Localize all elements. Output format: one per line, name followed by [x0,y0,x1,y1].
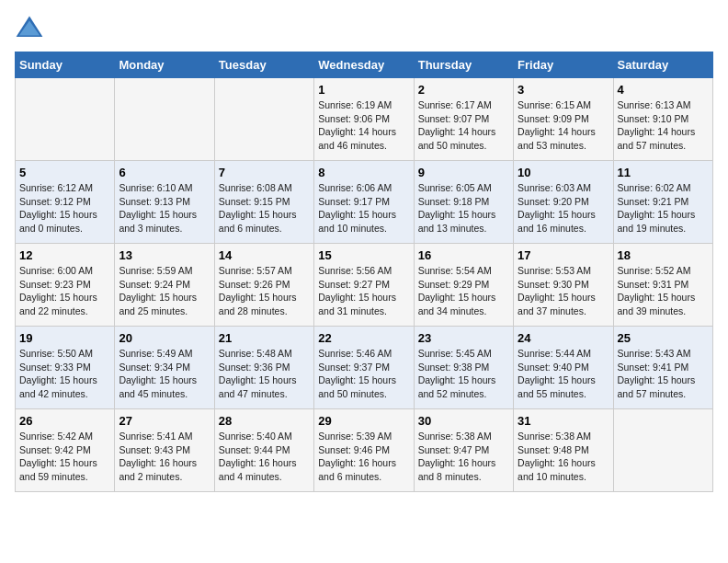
calendar-cell: 10Sunrise: 6:03 AM Sunset: 9:20 PM Dayli… [514,161,613,244]
calendar-cell: 15Sunrise: 5:56 AM Sunset: 9:27 PM Dayli… [314,244,414,327]
cell-text: Sunrise: 5:57 AM Sunset: 9:26 PM Dayligh… [219,264,310,318]
calendar-cell: 7Sunrise: 6:08 AM Sunset: 9:15 PM Daylig… [214,161,313,244]
calendar-cell: 4Sunrise: 6:13 AM Sunset: 9:10 PM Daylig… [613,78,712,161]
day-number: 10 [518,166,609,179]
day-number: 22 [318,331,409,345]
calendar-cell: 28Sunrise: 5:40 AM Sunset: 9:44 PM Dayli… [214,409,313,492]
cell-text: Sunrise: 6:13 AM Sunset: 9:10 PM Dayligh… [618,98,709,153]
calendar-cell [613,409,712,492]
calendar-body: 1Sunrise: 6:19 AM Sunset: 9:06 PM Daylig… [16,78,713,492]
logo [15,15,48,40]
cell-text: Sunrise: 5:45 AM Sunset: 9:38 PM Dayligh… [418,347,509,401]
day-number: 25 [618,331,709,345]
day-number: 27 [119,414,210,428]
header-day-sunday: Sunday [16,52,115,78]
calendar-cell: 14Sunrise: 5:57 AM Sunset: 9:26 PM Dayli… [214,244,313,327]
day-number: 30 [418,414,509,428]
calendar-cell [214,78,313,161]
cell-text: Sunrise: 5:44 AM Sunset: 9:40 PM Dayligh… [518,347,609,401]
calendar-cell: 9Sunrise: 6:05 AM Sunset: 9:18 PM Daylig… [414,161,513,244]
day-number: 1 [318,83,409,97]
calendar-cell: 29Sunrise: 5:39 AM Sunset: 9:46 PM Dayli… [314,409,414,492]
calendar-cell: 8Sunrise: 6:06 AM Sunset: 9:17 PM Daylig… [314,161,414,244]
cell-text: Sunrise: 6:08 AM Sunset: 9:15 PM Dayligh… [219,181,310,236]
calendar-cell: 25Sunrise: 5:43 AM Sunset: 9:41 PM Dayli… [613,327,712,409]
day-number: 14 [219,248,310,262]
calendar-cell: 16Sunrise: 5:54 AM Sunset: 9:29 PM Dayli… [414,244,513,327]
cell-text: Sunrise: 5:52 AM Sunset: 9:31 PM Dayligh… [618,264,709,318]
day-number: 3 [518,83,609,97]
calendar-cell: 24Sunrise: 5:44 AM Sunset: 9:40 PM Dayli… [514,327,613,409]
day-number: 6 [119,166,210,179]
calendar-cell: 21Sunrise: 5:48 AM Sunset: 9:36 PM Dayli… [214,327,313,409]
header-row: SundayMondayTuesdayWednesdayThursdayFrid… [16,52,713,78]
cell-text: Sunrise: 5:43 AM Sunset: 9:41 PM Dayligh… [618,347,709,401]
day-number: 15 [318,248,409,262]
header-day-friday: Friday [514,52,613,78]
day-number: 21 [219,331,310,345]
day-number: 20 [119,331,210,345]
day-number: 12 [19,248,110,262]
logo-icon [15,15,44,40]
day-number: 5 [19,166,110,179]
cell-text: Sunrise: 5:48 AM Sunset: 9:36 PM Dayligh… [219,347,310,401]
week-row-4: 19Sunrise: 5:50 AM Sunset: 9:33 PM Dayli… [16,327,713,409]
cell-text: Sunrise: 6:02 AM Sunset: 9:21 PM Dayligh… [618,181,709,236]
calendar-cell: 31Sunrise: 5:38 AM Sunset: 9:48 PM Dayli… [514,409,613,492]
calendar-cell: 13Sunrise: 5:59 AM Sunset: 9:24 PM Dayli… [115,244,214,327]
cell-text: Sunrise: 5:38 AM Sunset: 9:48 PM Dayligh… [518,430,609,484]
cell-text: Sunrise: 6:00 AM Sunset: 9:23 PM Dayligh… [19,264,110,318]
header-day-saturday: Saturday [613,52,712,78]
cell-text: Sunrise: 5:41 AM Sunset: 9:43 PM Dayligh… [119,430,210,484]
day-number: 9 [418,166,509,179]
day-number: 28 [219,414,310,428]
day-number: 26 [19,414,110,428]
day-number: 31 [518,414,609,428]
day-number: 8 [318,166,409,179]
day-number: 18 [618,248,709,262]
cell-text: Sunrise: 5:56 AM Sunset: 9:27 PM Dayligh… [318,264,409,318]
day-number: 16 [418,248,509,262]
cell-text: Sunrise: 6:12 AM Sunset: 9:12 PM Dayligh… [19,181,110,236]
cell-text: Sunrise: 5:50 AM Sunset: 9:33 PM Dayligh… [19,347,110,401]
week-row-3: 12Sunrise: 6:00 AM Sunset: 9:23 PM Dayli… [16,244,713,327]
calendar-cell: 1Sunrise: 6:19 AM Sunset: 9:06 PM Daylig… [314,78,414,161]
day-number: 23 [418,331,509,345]
cell-text: Sunrise: 6:10 AM Sunset: 9:13 PM Dayligh… [119,181,210,236]
calendar-cell: 11Sunrise: 6:02 AM Sunset: 9:21 PM Dayli… [613,161,712,244]
day-number: 24 [518,331,609,345]
calendar-cell: 19Sunrise: 5:50 AM Sunset: 9:33 PM Dayli… [16,327,115,409]
cell-text: Sunrise: 6:03 AM Sunset: 9:20 PM Dayligh… [518,181,609,236]
calendar-cell: 27Sunrise: 5:41 AM Sunset: 9:43 PM Dayli… [115,409,214,492]
calendar-table: SundayMondayTuesdayWednesdayThursdayFrid… [15,52,713,492]
calendar-cell: 3Sunrise: 6:15 AM Sunset: 9:09 PM Daylig… [514,78,613,161]
header-day-tuesday: Tuesday [214,52,313,78]
page-header [15,15,713,40]
header-day-wednesday: Wednesday [314,52,414,78]
header-day-monday: Monday [115,52,214,78]
calendar-cell: 2Sunrise: 6:17 AM Sunset: 9:07 PM Daylig… [414,78,513,161]
day-number: 7 [219,166,310,179]
calendar-cell: 23Sunrise: 5:45 AM Sunset: 9:38 PM Dayli… [414,327,513,409]
cell-text: Sunrise: 6:17 AM Sunset: 9:07 PM Dayligh… [418,98,509,153]
day-number: 17 [518,248,609,262]
cell-text: Sunrise: 5:46 AM Sunset: 9:37 PM Dayligh… [318,347,409,401]
calendar-cell: 17Sunrise: 5:53 AM Sunset: 9:30 PM Dayli… [514,244,613,327]
cell-text: Sunrise: 5:42 AM Sunset: 9:42 PM Dayligh… [19,430,110,484]
calendar-cell: 30Sunrise: 5:38 AM Sunset: 9:47 PM Dayli… [414,409,513,492]
week-row-2: 5Sunrise: 6:12 AM Sunset: 9:12 PM Daylig… [16,161,713,244]
calendar-cell: 20Sunrise: 5:49 AM Sunset: 9:34 PM Dayli… [115,327,214,409]
cell-text: Sunrise: 5:39 AM Sunset: 9:46 PM Dayligh… [318,430,409,484]
cell-text: Sunrise: 6:19 AM Sunset: 9:06 PM Dayligh… [318,98,409,153]
day-number: 29 [318,414,409,428]
cell-text: Sunrise: 5:40 AM Sunset: 9:44 PM Dayligh… [219,430,310,484]
day-number: 2 [418,83,509,97]
day-number: 13 [119,248,210,262]
day-number: 19 [19,331,110,345]
calendar-cell [16,78,115,161]
cell-text: Sunrise: 5:59 AM Sunset: 9:24 PM Dayligh… [119,264,210,318]
cell-text: Sunrise: 6:15 AM Sunset: 9:09 PM Dayligh… [518,98,609,153]
calendar-cell [115,78,214,161]
calendar-cell: 18Sunrise: 5:52 AM Sunset: 9:31 PM Dayli… [613,244,712,327]
calendar-header: SundayMondayTuesdayWednesdayThursdayFrid… [16,52,713,78]
